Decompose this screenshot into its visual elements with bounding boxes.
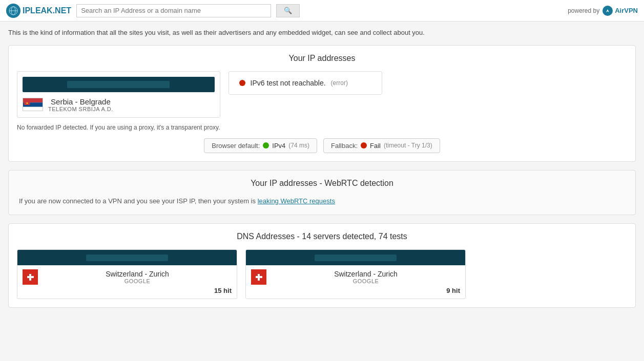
dns-card-1: Switzerland - Zurich GOOGLE 9 hit (245, 249, 466, 299)
swiss-flag-0 (23, 269, 38, 285)
search-button[interactable]: 🔍 (276, 4, 300, 17)
webrtc-text: If you are now connected to a VPN and yo… (19, 196, 625, 207)
airvpn-logo[interactable]: AirVPN (603, 6, 638, 16)
dns-isp-1: GOOGLE (353, 278, 379, 284)
serbia-flag: ✦ (23, 98, 43, 111)
ipv6-status-dot (239, 80, 245, 86)
ipv6-card: IPv6 test not reachable. (error) (228, 71, 382, 95)
browser-default-dot (263, 142, 269, 148)
dns-hit-1: 9 hit (246, 286, 465, 299)
dns-country-1: Switzerland - Zurich GOOGLE (272, 270, 460, 284)
dns-hit-value-1: 9 hit (446, 287, 460, 294)
ip-card-inner: ✦ Serbia - Belgrade TELEKOM SRBIJA a.d. (17, 71, 220, 118)
ip-bar-masked (67, 81, 170, 88)
browser-default-protocol: IPv4 (272, 142, 285, 150)
country-row: ✦ Serbia - Belgrade TELEKOM SRBIJA a.d. (23, 97, 215, 112)
dns-info-row-0: Switzerland - Zurich GOOGLE (17, 265, 237, 286)
logo-icon (6, 4, 20, 18)
dns-title: DNS Addresses - 14 servers detected, 74 … (17, 232, 627, 241)
webrtc-section: Your IP addresses - WebRTC detection If … (8, 170, 636, 216)
search-input[interactable] (76, 4, 271, 17)
ipv6-text: IPv6 test not reachable. (251, 79, 326, 87)
dns-info-row-1: Switzerland - Zurich GOOGLE (246, 265, 465, 286)
intro-text: This is the kind of information that all… (8, 28, 636, 38)
country-info: Serbia - Belgrade TELEKOM SRBIJA a.d. (48, 97, 113, 112)
powered-by: powered by AirVPN (568, 6, 638, 16)
dns-country-name-1: Switzerland - Zurich (334, 270, 398, 278)
dns-cards-row: Switzerland - Zurich GOOGLE 15 hit (17, 249, 627, 299)
dns-section: DNS Addresses - 14 servers detected, 74 … (8, 223, 636, 308)
svg-text:✦: ✦ (26, 101, 29, 105)
dns-hit-value-0: 15 hit (214, 287, 232, 294)
dns-card-0: Switzerland - Zurich GOOGLE 15 hit (17, 249, 237, 299)
fallback-pill: Fallback: Fail (timeout - Try 1/3) (323, 138, 440, 153)
dns-hit-0: 15 hit (17, 286, 237, 299)
ip-section: Your IP addresses (8, 45, 636, 162)
main-ip-card: ✦ Serbia - Belgrade TELEKOM SRBIJA a.d. … (17, 71, 220, 138)
dns-bar-1 (246, 250, 465, 265)
search-icon: 🔍 (284, 7, 292, 14)
main-content: This is the kind of information that all… (0, 22, 644, 314)
fallback-label: Fallback: (331, 142, 358, 150)
swiss-flag-1 (251, 269, 266, 285)
webrtc-title: Your IP addresses - WebRTC detection (19, 179, 625, 188)
ipv6-note: (error) (331, 79, 348, 87)
header: IPLEAK.NET 🔍 powered by AirVPN (0, 0, 644, 22)
browser-default-pill: Browser default: IPv4 (74 ms) (204, 138, 317, 153)
dns-bar-masked-0 (86, 254, 168, 261)
swiss-cross-0 (27, 274, 34, 281)
airvpn-icon (603, 6, 613, 16)
powered-by-text: powered by (568, 7, 599, 14)
fallback-dot (361, 142, 367, 148)
logo-text: IPLEAK.NET (23, 6, 71, 15)
webrtc-intro: If you are now connected to a VPN and yo… (19, 197, 256, 205)
dns-country-name-0: Switzerland - Zurich (106, 270, 169, 278)
swiss-cross-1 (256, 274, 262, 281)
dns-bar-0 (17, 250, 237, 265)
no-forwarded-text: No forwarded IP detected. If you are usi… (17, 124, 220, 131)
browser-default-label: Browser default: (212, 142, 260, 150)
browser-default-speed: (74 ms) (288, 142, 309, 149)
fallback-note: (timeout - Try 1/3) (384, 142, 432, 149)
svg-rect-6 (23, 107, 43, 111)
ip-bar (23, 77, 215, 92)
logo[interactable]: IPLEAK.NET (6, 4, 71, 18)
ip-cards-row: ✦ Serbia - Belgrade TELEKOM SRBIJA a.d. … (17, 71, 627, 138)
dns-isp-0: GOOGLE (124, 278, 151, 284)
isp-name: TELEKOM SRBIJA a.d. (48, 106, 113, 112)
status-row: Browser default: IPv4 (74 ms) Fallback: … (17, 138, 627, 153)
country-name: Serbia - Belgrade (51, 97, 111, 106)
airvpn-label: AirVPN (615, 7, 638, 14)
dns-bar-masked-1 (315, 254, 397, 261)
fallback-status: Fail (370, 142, 381, 150)
dns-country-0: Switzerland - Zurich GOOGLE (43, 270, 232, 284)
webrtc-link[interactable]: leaking WebRTC requests (258, 197, 335, 205)
ip-section-title: Your IP addresses (17, 54, 627, 63)
